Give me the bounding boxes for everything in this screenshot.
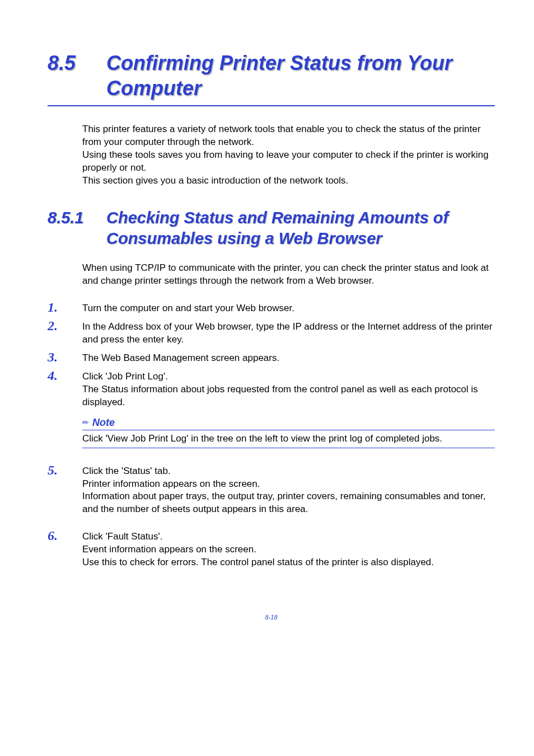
step-1: 1. Turn the computer on and start your W… [48,300,495,315]
note-header: ✏Note [82,417,495,430]
note-arrow-icon: ✏ [82,418,89,427]
note-text: Click 'View Job Print Log' in the tree o… [82,433,495,448]
step-text: The Web Based Management screen appears. [82,350,495,365]
step-3: 3. The Web Based Management screen appea… [48,350,495,365]
step-number: 5. [48,463,82,516]
note-label: Note [92,417,115,428]
step-number: 6. [48,528,82,569]
step-number: 2. [48,318,82,346]
step-text: Click the 'Status' tab. Printer informat… [82,463,495,516]
subsection-title-text: Checking Status and Remaining Amounts of… [106,208,492,250]
intro-paragraph: This printer features a variety of netwo… [82,123,495,187]
step-text: Click 'Job Print Log'. The Status inform… [82,368,495,409]
step-text: In the Address box of your Web browser, … [82,318,495,346]
step-text: Turn the computer on and start your Web … [82,300,495,315]
step-6: 6. Click 'Fault Status'. Event informati… [48,528,495,569]
section-number: 8.5 [48,50,106,76]
subsection-number: 8.5.1 [48,208,106,229]
step-2: 2. In the Address box of your Web browse… [48,318,495,346]
step-number: 3. [48,350,82,365]
step-4: 4. Click 'Job Print Log'. The Status inf… [48,368,495,409]
section-title-text: Confirming Printer Status from Your Comp… [106,50,492,101]
step-text: Click 'Fault Status'. Event information … [82,528,495,569]
document-page: 8.5Confirming Printer Status from Your C… [0,0,534,654]
section-title: 8.5Confirming Printer Status from Your C… [48,50,495,106]
page-number: 8-18 [48,614,495,621]
step-number: 4. [48,368,82,409]
note-block: ✏Note Click 'View Job Print Log' in the … [82,417,495,448]
step-5: 5. Click the 'Status' tab. Printer infor… [48,463,495,516]
subsection-intro: When using TCP/IP to communicate with th… [82,262,495,288]
subsection-title: 8.5.1Checking Status and Remaining Amoun… [48,208,495,250]
step-number: 1. [48,300,82,315]
